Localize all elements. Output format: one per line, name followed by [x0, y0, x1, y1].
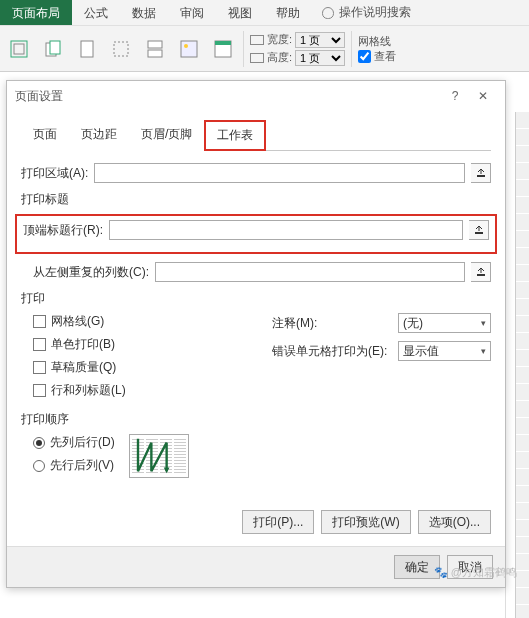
ribbon-tab-formulas[interactable]: 公式 — [72, 0, 120, 25]
svg-rect-13 — [475, 232, 483, 234]
bulb-icon — [322, 7, 334, 19]
ribbon-tab-review[interactable]: 审阅 — [168, 0, 216, 25]
gridlines-check[interactable]: 网格线(G) — [33, 313, 252, 330]
width-icon — [250, 35, 264, 45]
tab-page[interactable]: 页面 — [21, 120, 69, 151]
svg-rect-12 — [477, 175, 485, 177]
print-section-label: 打印 — [21, 290, 491, 307]
preview-button[interactable]: 打印预览(W) — [321, 510, 410, 534]
order-label: 打印顺序 — [21, 411, 491, 428]
ribbon-tab-data[interactable]: 数据 — [120, 0, 168, 25]
errors-select[interactable]: 显示值▾ — [398, 341, 491, 361]
close-button[interactable]: ✕ — [469, 85, 497, 107]
top-rows-label: 顶端标题行(R): — [23, 222, 103, 239]
orientation-button[interactable] — [39, 32, 67, 66]
order-preview-icon — [129, 434, 189, 478]
svg-rect-6 — [148, 41, 162, 48]
print-area-button[interactable] — [107, 32, 135, 66]
background-button[interactable] — [175, 32, 203, 66]
left-cols-range-button[interactable] — [471, 262, 491, 282]
options-button[interactable]: 选项(O)... — [418, 510, 491, 534]
tab-headerfooter[interactable]: 页眉/页脚 — [129, 120, 204, 151]
top-rows-input[interactable] — [110, 221, 462, 239]
gridlines-label: 网格线 — [358, 34, 396, 49]
width-label: 宽度: — [267, 32, 292, 47]
dialog-title: 页面设置 — [15, 88, 441, 105]
svg-rect-0 — [11, 41, 27, 57]
comments-label: 注释(M): — [272, 315, 392, 332]
svg-rect-14 — [477, 274, 485, 276]
left-cols-input[interactable] — [156, 263, 464, 281]
print-titles-button[interactable] — [209, 32, 237, 66]
size-button[interactable] — [73, 32, 101, 66]
top-rows-range-button[interactable] — [469, 220, 489, 240]
separator — [351, 31, 352, 67]
height-icon — [250, 53, 264, 63]
tab-margins[interactable]: 页边距 — [69, 120, 129, 151]
ribbon-tab-help[interactable]: 帮助 — [264, 0, 312, 25]
order-over-radio[interactable]: 先行后列(V) — [33, 457, 115, 474]
left-cols-label: 从左侧重复的列数(C): — [33, 264, 149, 281]
ribbon-tab-layout[interactable]: 页面布局 — [0, 0, 72, 25]
svg-rect-5 — [114, 42, 128, 56]
tell-me[interactable]: 操作说明搜索 — [312, 0, 421, 25]
print-area-range-button[interactable] — [471, 163, 491, 183]
breaks-button[interactable] — [141, 32, 169, 66]
width-select[interactable]: 1 页 — [295, 32, 345, 48]
svg-rect-3 — [50, 41, 60, 54]
margins-button[interactable] — [5, 32, 33, 66]
svg-point-9 — [184, 44, 188, 48]
tell-me-label: 操作说明搜索 — [339, 4, 411, 21]
print-area-label: 打印区域(A): — [21, 165, 88, 182]
watermark: 🐾 @方知霜鹤鸣 — [434, 565, 517, 580]
height-label: 高度: — [267, 50, 292, 65]
bw-check[interactable]: 单色打印(B) — [33, 336, 252, 353]
svg-rect-1 — [14, 44, 24, 54]
ribbon-tab-view[interactable]: 视图 — [216, 0, 264, 25]
print-area-input[interactable] — [95, 164, 464, 182]
tab-sheet[interactable]: 工作表 — [204, 120, 266, 151]
svg-rect-7 — [148, 50, 162, 57]
svg-rect-4 — [81, 41, 93, 57]
draft-check[interactable]: 草稿质量(Q) — [33, 359, 252, 376]
height-select[interactable]: 1 页 — [295, 50, 345, 66]
errors-label: 错误单元格打印为(E): — [272, 343, 392, 360]
svg-rect-11 — [215, 41, 231, 45]
rowcol-check[interactable]: 行和列标题(L) — [33, 382, 252, 399]
page-setup-dialog: 页面设置 ? ✕ 页面 页边距 页眉/页脚 工作表 打印区域(A): 打印标题 … — [6, 80, 506, 588]
comments-select[interactable]: (无)▾ — [398, 313, 491, 333]
help-button[interactable]: ? — [441, 85, 469, 107]
print-button[interactable]: 打印(P)... — [242, 510, 314, 534]
order-down-radio[interactable]: 先列后行(D) — [33, 434, 115, 451]
print-titles-label: 打印标题 — [21, 191, 491, 208]
svg-rect-8 — [181, 41, 197, 57]
separator — [243, 31, 244, 67]
view-gridlines-check[interactable]: 查看 — [358, 49, 396, 64]
scale-group: 宽度:1 页 高度:1 页 — [250, 32, 345, 66]
